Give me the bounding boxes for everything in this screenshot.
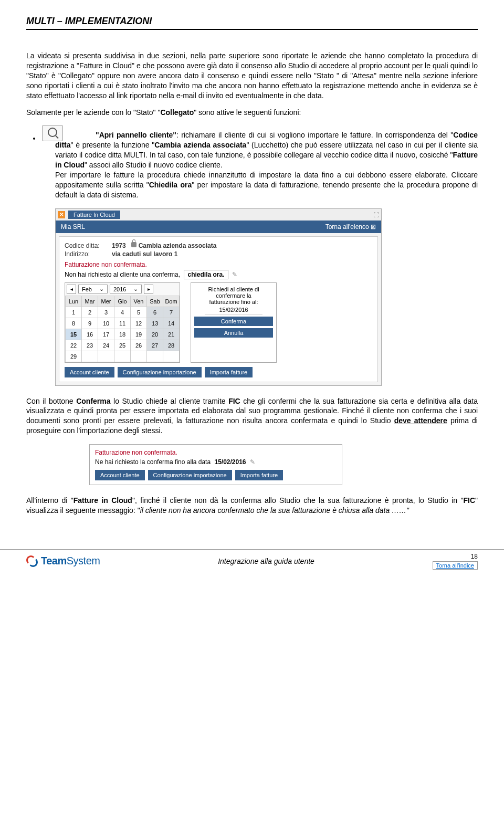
config-import-button[interactable]: Configurazione importazione [118, 367, 202, 377]
bold: Chiedila ora [149, 181, 192, 189]
address-value: via caduti sul lavoro 1 [112, 250, 177, 258]
confirm-popup: Richiedi al cliente di confermare la fat… [191, 282, 277, 363]
page-footer: TeamSystem Integrazione alla guida utent… [0, 549, 504, 575]
expand-icon[interactable]: ⛶ [373, 212, 379, 218]
code-value: 1973 [112, 242, 126, 249]
bullet-text: xxxxxxxxxxx"Apri pannello cliente": rich… [55, 130, 478, 200]
text: " è presente la funzione " [71, 141, 155, 149]
calendar-widget[interactable]: ◂ Feb⌄ 2016⌄ ▸ LunMarMerGioVenSabDom 123… [65, 282, 180, 363]
importa-fatture-button[interactable]: Importa fatture [205, 367, 253, 377]
warning-title: Fatturazione non confermata. [95, 449, 337, 456]
prev-month-button[interactable]: ◂ [67, 285, 76, 294]
account-cliente-button[interactable]: Account cliente [95, 470, 145, 480]
bold: Collegato [160, 108, 194, 117]
account-cliente-button[interactable]: Account cliente [65, 367, 114, 377]
text: " associ allo Studio il nuovo codice cli… [85, 161, 223, 169]
close-icon[interactable]: ✕ [58, 211, 65, 218]
month-select[interactable]: Feb⌄ [78, 285, 108, 293]
year-select[interactable]: 2016⌄ [110, 285, 142, 293]
popup-date: 15/02/2016 [205, 307, 262, 314]
final-paragraph: All'interno di "Fatture in Cloud", finch… [26, 496, 478, 516]
bullet-marker: • [26, 125, 42, 143]
company-name: Mia SRL [61, 223, 85, 230]
popup-line: Richiedi al cliente di [194, 286, 273, 292]
conferma-paragraph: Con il bottone Conferma lo Studio chiede… [26, 396, 478, 436]
calendar-grid[interactable]: LunMarMerGioVenSabDom 1234567 8910111213… [65, 296, 180, 362]
importa-fatture-button[interactable]: Importa fatture [235, 470, 284, 480]
page-header: MULTI – IMPLEMENTAZIONI [26, 16, 478, 30]
bold: Cambia azienda associata [154, 141, 246, 149]
code-label: Codice ditta: [65, 242, 112, 249]
popup-line: fatturazione fino al: [194, 299, 273, 305]
intro-paragraph: La videata si presenta suddivisa in due … [26, 51, 478, 100]
logo-icon [26, 555, 38, 567]
warning-message: Ne hai richiesto la conferma fino alla d… [95, 458, 337, 466]
back-to-list-link[interactable]: Torna all'elenco ⊠ [326, 223, 376, 230]
confirm-button[interactable]: Conferma [194, 317, 273, 326]
pencil-icon[interactable]: ✎ [250, 458, 255, 466]
change-company-link[interactable]: Cambia azienda associata [139, 242, 217, 249]
pencil-icon[interactable]: ✎ [232, 271, 237, 278]
chiedila-ora-button[interactable]: chiedila ora. [184, 270, 228, 279]
text: " sono attive le seguenti funzioni: [194, 108, 301, 117]
screenshot-confirm-panel: Fatturazione non confermata. Ne hai rich… [89, 444, 342, 485]
config-import-button[interactable]: Configurazione importazione [148, 470, 232, 480]
address-label: Indirizzo: [65, 250, 112, 258]
next-month-button[interactable]: ▸ [144, 285, 153, 294]
cancel-button[interactable]: Annulla [194, 328, 273, 338]
functions-intro: Solamente per le aziende con lo "Stato" … [26, 108, 478, 118]
warning-message: Non hai richiesto al cliente una conferm… [65, 270, 372, 279]
text: Solamente per le aziende con lo "Stato" … [26, 108, 160, 117]
text: : richiamare il cliente di cui si voglio… [176, 131, 453, 139]
magnify-icon [48, 128, 57, 137]
screenshot-fatture-panel: ✕ Fatture In Cloud ⛶ Mia SRL Torna all'e… [55, 208, 382, 386]
teamsystem-logo: TeamSystem [26, 555, 100, 567]
warning-title: Fatturazione non confermata. [65, 261, 372, 268]
page-number: 18 [433, 553, 478, 560]
bold: "Apri pannello cliente" [96, 131, 176, 139]
lock-icon[interactable] [131, 242, 136, 247]
back-to-index-link[interactable]: Torna all'indice [433, 561, 478, 570]
window-tab[interactable]: Fatture In Cloud [68, 211, 120, 219]
footer-title: Integrazione alla guida utente [218, 557, 314, 565]
popup-line: confermare la [194, 292, 273, 299]
